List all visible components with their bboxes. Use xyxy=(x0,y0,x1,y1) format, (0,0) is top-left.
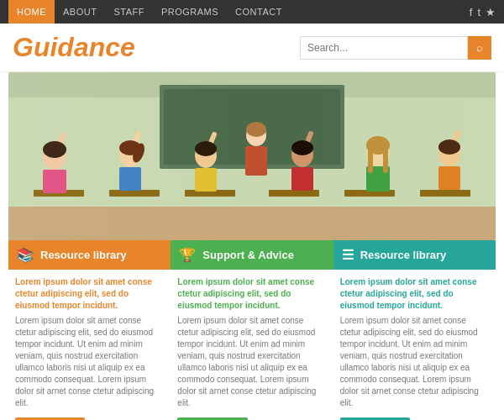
card-body-2: Lorem ipsum dolor sit amet conse ctetur … xyxy=(177,315,326,409)
search-input[interactable] xyxy=(300,36,468,60)
card-resource-library-2: ☰ Resource library Lorem ipsum dolor sit… xyxy=(333,240,496,420)
site-logo: Guidance xyxy=(13,32,135,63)
nav-links: Home About Staff Programs Contact xyxy=(8,0,291,24)
trophy-icon: 🏆 xyxy=(179,247,196,263)
nav-item-programs[interactable]: Programs xyxy=(153,0,227,24)
card-title-3: Resource library xyxy=(360,249,447,261)
nav-item-about[interactable]: About xyxy=(55,0,105,24)
social-links: f t ★ xyxy=(470,6,496,18)
classroom-svg xyxy=(8,72,496,240)
card-resource-library-1: 📚 Resource library Lorem ipsum dolor sit… xyxy=(8,240,171,420)
card-support-advice: 🏆 Support & Advice Lorem ipsum dolor sit… xyxy=(171,240,333,420)
card-title-1: Resource library xyxy=(40,249,127,261)
svg-rect-40 xyxy=(8,72,496,240)
nav-item-home[interactable]: Home xyxy=(8,0,55,24)
list-icon: ☰ xyxy=(342,247,354,263)
hero-image xyxy=(8,72,496,240)
card-highlight-2: Lorem ipsum dolor sit amet conse ctetur … xyxy=(177,276,326,312)
site-header: Guidance ⌕ xyxy=(0,24,504,72)
navigation: Home About Staff Programs Contact f t ★ xyxy=(0,0,504,24)
book-icon: 📚 xyxy=(17,247,34,263)
rss-icon[interactable]: ★ xyxy=(486,6,496,18)
card-body-3: Lorem ipsum dolor sit amet conse ctetur … xyxy=(340,315,489,409)
facebook-icon[interactable]: f xyxy=(470,6,473,18)
card-header-2: 🏆 Support & Advice xyxy=(171,240,333,270)
nav-item-contact[interactable]: Contact xyxy=(227,0,291,24)
card-header-3: ☰ Resource library xyxy=(333,240,496,270)
card-title-2: Support & Advice xyxy=(202,249,294,261)
card-highlight-1: Lorem ipsum dolor sit amet conse ctetur … xyxy=(15,276,164,312)
search-button[interactable]: ⌕ xyxy=(468,36,491,60)
card-highlight-3: Lorem ipsum dolor sit amet conse ctetur … xyxy=(340,276,489,312)
cards-section: 📚 Resource library Lorem ipsum dolor sit… xyxy=(0,240,504,420)
nav-item-staff[interactable]: Staff xyxy=(105,0,153,24)
card-body-1: Lorem ipsum dolor sit amet conse ctetur … xyxy=(15,315,164,409)
card-header-1: 📚 Resource library xyxy=(8,240,171,270)
twitter-icon[interactable]: t xyxy=(477,6,480,18)
search-bar: ⌕ xyxy=(300,36,491,60)
